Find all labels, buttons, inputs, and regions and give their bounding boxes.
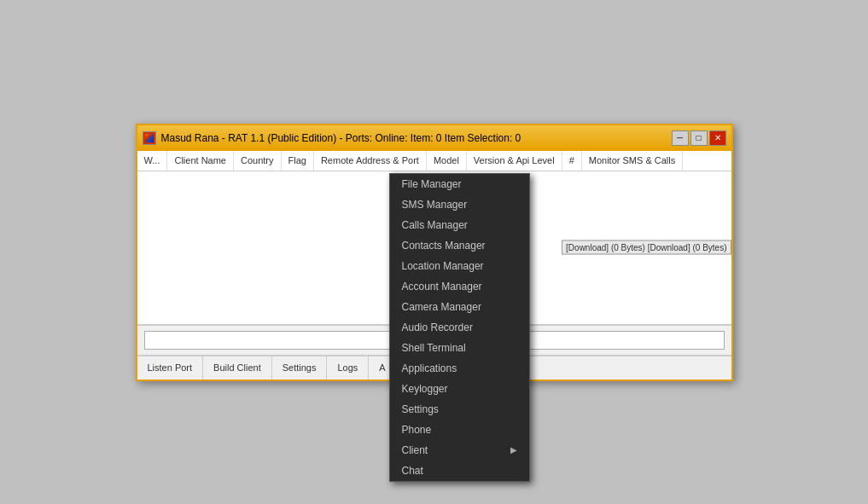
title-bar: Masud Rana - RAT 1.1 (Public Edition) - … bbox=[137, 125, 731, 151]
ctx-shell-terminal-label: Shell Terminal bbox=[402, 342, 466, 354]
col-hash[interactable]: # bbox=[562, 151, 582, 171]
ctx-keylogger-label: Keylogger bbox=[402, 383, 448, 395]
content-area: [Download] (0 Bytes) [Download] (0 Bytes… bbox=[137, 171, 731, 325]
title-bar-left: Masud Rana - RAT 1.1 (Public Edition) - … bbox=[143, 131, 521, 145]
col-model[interactable]: Model bbox=[427, 151, 467, 171]
ctx-account-manager-label: Account Manager bbox=[402, 281, 482, 293]
ctx-applications[interactable]: Applications bbox=[390, 358, 529, 379]
app-icon-inner bbox=[145, 134, 154, 142]
status-text: [Download] (0 Bytes) [Download] (0 Bytes… bbox=[562, 240, 731, 255]
ctx-location-manager-label: Location Manager bbox=[402, 260, 484, 272]
col-client-name[interactable]: Client Name bbox=[167, 151, 234, 171]
ctx-camera-manager-label: Camera Manager bbox=[402, 301, 481, 313]
col-remote-address[interactable]: Remote Address & Port bbox=[314, 151, 427, 171]
ctx-shell-terminal[interactable]: Shell Terminal bbox=[390, 338, 529, 358]
title-controls: ─ □ ✕ bbox=[672, 130, 726, 146]
col-flag[interactable]: Flag bbox=[282, 151, 314, 171]
ctx-account-manager[interactable]: Account Manager bbox=[390, 276, 529, 297]
col-version[interactable]: Version & Api Level bbox=[467, 151, 562, 171]
ctx-phone-label: Phone bbox=[402, 424, 432, 436]
ctx-calls-manager[interactable]: Calls Manager bbox=[390, 215, 529, 235]
ctx-keylogger[interactable]: Keylogger bbox=[390, 379, 529, 399]
tab-listen-port[interactable]: Listen Port bbox=[137, 356, 204, 379]
window-title: Masud Rana - RAT 1.1 (Public Edition) - … bbox=[161, 132, 521, 144]
ctx-contacts-manager-label: Contacts Manager bbox=[402, 240, 486, 252]
tab-logs[interactable]: Logs bbox=[327, 356, 369, 379]
ctx-audio-recorder-label: Audio Recorder bbox=[402, 322, 473, 333]
ctx-audio-recorder[interactable]: Audio Recorder bbox=[390, 317, 529, 338]
main-window: Masud Rana - RAT 1.1 (Public Edition) - … bbox=[136, 124, 733, 381]
ctx-client[interactable]: Client ▶ bbox=[390, 440, 529, 461]
ctx-settings-label: Settings bbox=[402, 403, 439, 415]
ctx-location-manager[interactable]: Location Manager bbox=[390, 256, 529, 276]
ctx-settings[interactable]: Settings bbox=[390, 399, 529, 420]
column-headers: W... Client Name Country Flag Remote Add… bbox=[137, 151, 731, 171]
col-monitor[interactable]: Monitor SMS & Calls bbox=[582, 151, 683, 171]
ctx-sms-manager[interactable]: SMS Manager bbox=[390, 194, 529, 215]
close-button[interactable]: ✕ bbox=[709, 130, 726, 146]
ctx-calls-manager-label: Calls Manager bbox=[402, 219, 468, 231]
ctx-file-manager[interactable]: File Manager bbox=[390, 174, 529, 194]
ctx-contacts-manager[interactable]: Contacts Manager bbox=[390, 235, 529, 256]
tab-build-client[interactable]: Build Client bbox=[203, 356, 272, 379]
ctx-sms-manager-label: SMS Manager bbox=[402, 199, 468, 211]
col-w[interactable]: W... bbox=[137, 151, 168, 171]
maximize-button[interactable]: □ bbox=[690, 130, 708, 146]
context-menu: File Manager SMS Manager Calls Manager C… bbox=[389, 173, 530, 482]
col-country[interactable]: Country bbox=[234, 151, 282, 171]
ctx-client-label: Client bbox=[402, 444, 428, 456]
ctx-client-arrow: ▶ bbox=[510, 445, 517, 455]
tab-settings[interactable]: Settings bbox=[272, 356, 328, 379]
ctx-camera-manager[interactable]: Camera Manager bbox=[390, 297, 529, 317]
ctx-file-manager-label: File Manager bbox=[402, 178, 462, 190]
app-icon bbox=[143, 131, 156, 145]
ctx-applications-label: Applications bbox=[402, 362, 457, 374]
minimize-button[interactable]: ─ bbox=[672, 130, 689, 146]
ctx-chat[interactable]: Chat bbox=[390, 461, 529, 481]
ctx-phone[interactable]: Phone bbox=[390, 420, 529, 440]
ctx-chat-label: Chat bbox=[402, 465, 423, 477]
